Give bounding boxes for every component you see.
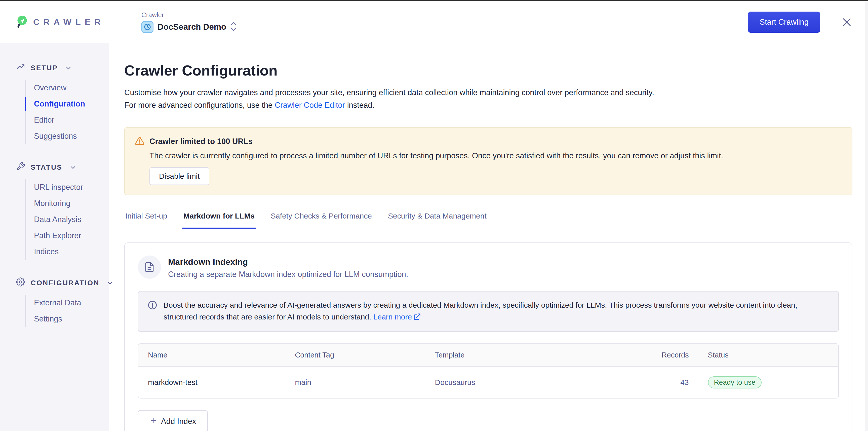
- close-icon[interactable]: [841, 17, 852, 28]
- document-icon: [138, 256, 161, 279]
- chevron-down-icon: [65, 64, 72, 71]
- sidebar-item-settings[interactable]: Settings: [26, 311, 109, 327]
- sidebar-item-indices[interactable]: Indices: [26, 244, 109, 260]
- tab-security-data-management[interactable]: Security & Data Management: [387, 210, 488, 229]
- gear-icon: [16, 278, 25, 288]
- sidebar-item-configuration[interactable]: Configuration: [26, 96, 109, 112]
- crawler-app-icon: [142, 21, 153, 33]
- tab-initial-set-up[interactable]: Initial Set-up: [124, 210, 168, 229]
- sidebar: SETUP Overview Configuration Editor Sugg…: [0, 43, 109, 431]
- crawler-selector[interactable]: Crawler DocSearch Demo: [142, 11, 237, 33]
- url-limit-warning-banner: Crawler limited to 100 URLs The crawler …: [124, 127, 852, 195]
- trending-up-icon: [16, 62, 25, 73]
- plus-icon: [150, 416, 157, 426]
- markdown-info-box: Boost the accuracy and relevance of AI-g…: [138, 291, 839, 332]
- crawler-logo-icon: [16, 15, 28, 30]
- external-link-icon[interactable]: [413, 312, 421, 324]
- app-logo: CRAWLER: [16, 15, 111, 30]
- cell-content-tag: main: [285, 367, 425, 398]
- sidebar-section-status: STATUS URL inspector Monitoring Data Ana…: [0, 162, 109, 260]
- sidebar-section-setup: SETUP Overview Configuration Editor Sugg…: [0, 62, 109, 144]
- wrench-icon: [16, 162, 25, 173]
- crawler-name: DocSearch Demo: [157, 22, 226, 32]
- col-header-records: Records: [614, 344, 699, 367]
- col-header-name: Name: [138, 344, 285, 367]
- sidebar-section-configuration: CONFIGURATION External Data Settings: [0, 278, 109, 327]
- col-header-template: Template: [426, 344, 614, 367]
- status-badge: Ready to use: [708, 376, 762, 389]
- sidebar-item-url-inspector[interactable]: URL inspector: [26, 179, 109, 195]
- sidebar-item-suggestions[interactable]: Suggestions: [26, 128, 109, 144]
- sidebar-header-setup[interactable]: SETUP: [16, 62, 109, 73]
- main-content: Crawler Configuration Customise how your…: [109, 43, 868, 431]
- page-title: Crawler Configuration: [124, 62, 852, 79]
- warning-title: Crawler limited to 100 URLs: [150, 137, 253, 146]
- cell-template: Docusaurus: [426, 367, 614, 398]
- crawler-selector-label: Crawler: [142, 11, 237, 19]
- select-updown-icon: [230, 21, 237, 33]
- cell-index-name: markdown-test: [138, 367, 285, 398]
- sidebar-item-editor[interactable]: Editor: [26, 112, 109, 128]
- sidebar-item-monitoring[interactable]: Monitoring: [26, 195, 109, 211]
- table-header-row: Name Content Tag Template Records Status: [138, 344, 838, 367]
- top-header: CRAWLER Crawler DocSearch Demo Start Cra…: [0, 1, 868, 43]
- warning-triangle-icon: [135, 136, 145, 147]
- tab-safety-checks-performance[interactable]: Safety Checks & Performance: [270, 210, 373, 229]
- card-title: Markdown Indexing: [168, 257, 408, 267]
- crawler-code-editor-link[interactable]: Crawler Code Editor: [275, 101, 345, 110]
- sidebar-item-external-data[interactable]: External Data: [26, 295, 109, 311]
- tab-markdown-for-llms[interactable]: Markdown for LLMs: [182, 210, 256, 229]
- cell-status: Ready to use: [699, 367, 838, 398]
- info-text: Boost the accuracy and relevance of AI-g…: [163, 301, 797, 321]
- clock-icon: [144, 23, 151, 31]
- sidebar-header-configuration[interactable]: CONFIGURATION: [16, 278, 109, 288]
- sidebar-item-overview[interactable]: Overview: [26, 80, 109, 96]
- table-row[interactable]: markdown-test main Docusaurus 43 Ready t…: [138, 367, 838, 398]
- col-header-status: Status: [699, 344, 838, 367]
- card-subtitle: Creating a separate Markdown index optim…: [168, 270, 408, 279]
- info-icon: [148, 300, 157, 324]
- warning-body: The crawler is currently configured to p…: [150, 151, 842, 161]
- markdown-indexing-card: Markdown Indexing Creating a separate Ma…: [124, 242, 852, 431]
- learn-more-link[interactable]: Learn more: [373, 313, 412, 321]
- page-description: Customise how your crawler navigates and…: [124, 86, 852, 112]
- scrollbar[interactable]: [865, 1, 868, 431]
- chevron-down-icon: [69, 164, 76, 171]
- add-index-button[interactable]: Add Index: [138, 410, 208, 431]
- sidebar-header-status[interactable]: STATUS: [16, 162, 109, 173]
- sidebar-item-path-explorer[interactable]: Path Explorer: [26, 228, 109, 244]
- cell-records: 43: [614, 367, 699, 398]
- indexes-table: Name Content Tag Template Records Status…: [138, 343, 839, 399]
- config-tabs: Initial Set-up Markdown for LLMs Safety …: [124, 210, 852, 229]
- disable-limit-button[interactable]: Disable limit: [150, 167, 209, 185]
- logo-text: CRAWLER: [33, 17, 105, 27]
- col-header-content-tag: Content Tag: [285, 344, 425, 367]
- start-crawling-button[interactable]: Start Crawling: [748, 11, 820, 33]
- sidebar-item-data-analysis[interactable]: Data Analysis: [26, 211, 109, 228]
